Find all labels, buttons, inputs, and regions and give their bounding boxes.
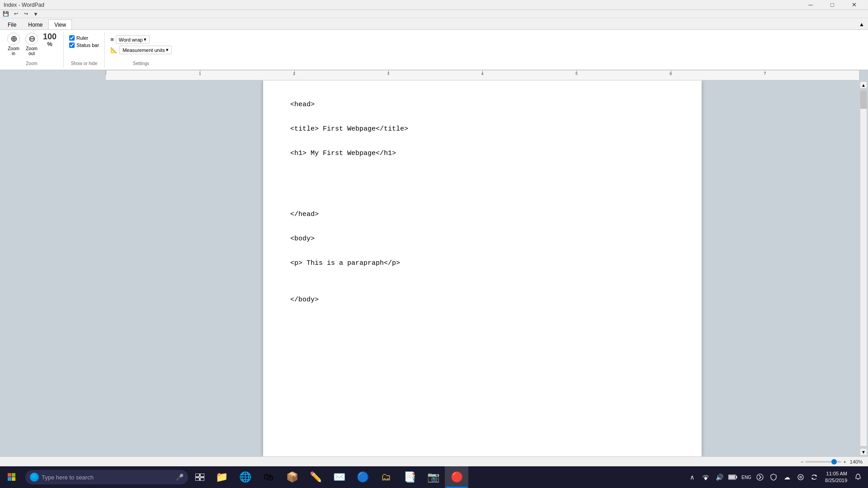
taskbar-wordpad[interactable]: 🔴	[445, 466, 468, 488]
svg-rect-0	[8, 473, 11, 477]
tab-file[interactable]: File	[2, 19, 22, 29]
document-line: <title> First Webpage</title>	[290, 123, 675, 135]
task-view-button[interactable]	[190, 466, 210, 488]
statusbar-checkbox-row[interactable]: Status bar	[69, 42, 99, 48]
taskbar-app9[interactable]: 📑	[398, 466, 421, 488]
tray-cloud[interactable]: ☁	[781, 466, 793, 488]
zoom-100-button[interactable]: 100 % x	[42, 32, 58, 54]
taskbar-sketchbook[interactable]: ✏️	[304, 466, 327, 488]
document-line: <body>	[290, 233, 675, 245]
showhide-group-label: Show or hide	[71, 61, 97, 66]
scrollbar-track[interactable]	[860, 90, 867, 446]
scrollbar-thumb[interactable]	[860, 91, 867, 109]
settings-group-label: Settings	[133, 61, 149, 66]
taskbar-mail[interactable]: ✉️	[327, 466, 351, 488]
svg-rect-1	[12, 473, 15, 477]
svg-rect-10	[729, 475, 735, 479]
measurement-dropdown[interactable]: Measurement units ▾	[119, 46, 172, 54]
zoom-out-button[interactable]: ⊖ Zoomout	[24, 32, 40, 57]
document-line: <head>	[290, 99, 675, 111]
ribbon-collapse[interactable]: ▲	[857, 19, 866, 29]
document-line	[290, 172, 675, 184]
ribbon-group-showhide: Ruler Status bar Show or hide	[67, 32, 105, 68]
svg-rect-4	[195, 474, 199, 477]
taskbar-file-explorer[interactable]: 📁	[210, 466, 233, 488]
notification-button[interactable]	[852, 466, 864, 488]
zoom-minus-button[interactable]: −	[801, 459, 803, 465]
svg-rect-5	[200, 474, 204, 477]
tray-updates[interactable]	[754, 466, 766, 488]
document[interactable]: <head> <title> First Webpage</title> <h1…	[263, 80, 702, 456]
document-line	[290, 282, 675, 294]
document-line	[290, 269, 675, 282]
ruler-checkbox-row[interactable]: Ruler	[69, 35, 88, 41]
wordwrap-setting: ≡ Word wrap ▾	[110, 35, 150, 44]
tray-chevron[interactable]: ∧	[686, 466, 698, 488]
tray-sync[interactable]	[808, 466, 821, 488]
cortana-search[interactable]: Type here to search 🎤	[25, 470, 188, 484]
document-container: <head> <title> First Webpage</title> <h1…	[106, 80, 859, 456]
minimize-button[interactable]: ─	[800, 0, 821, 10]
document-line	[290, 160, 675, 172]
zoom-group-label: Zoom	[26, 61, 38, 66]
maximize-button[interactable]: □	[822, 0, 843, 10]
search-text: Type here to search	[42, 474, 173, 481]
tray-security[interactable]	[767, 466, 780, 488]
scroll-down-button[interactable]: ▼	[860, 448, 867, 455]
taskbar-files[interactable]: 🗂	[374, 466, 398, 488]
zoom-control: − + 140%	[801, 459, 863, 465]
taskbar-greenshot[interactable]: 📷	[421, 466, 445, 488]
tray-cortana[interactable]	[794, 466, 807, 488]
tab-view[interactable]: View	[48, 19, 72, 29]
svg-point-14	[858, 474, 859, 475]
document-line: </head>	[290, 208, 675, 221]
ribbon-group-zoom: ⊕ Zoomin ⊖ Zoomout 100 % x Zoom	[4, 32, 64, 68]
svg-point-13	[799, 476, 802, 479]
clock-time: 11:05 AM	[825, 470, 847, 477]
tray-language[interactable]: ENG	[740, 466, 753, 488]
measurement-setting: 📐 Measurement units ▾	[110, 46, 172, 54]
taskbar-edge[interactable]: 🌐	[233, 466, 257, 488]
tray-battery[interactable]	[726, 466, 739, 488]
taskbar-chrome[interactable]: 🔵	[351, 466, 374, 488]
document-line: <h1> My First Webpage</h1>	[290, 147, 675, 160]
ruler-checkbox[interactable]	[69, 35, 75, 41]
scroll-up-button[interactable]: ▲	[860, 81, 867, 89]
status-bar: − + 140%	[0, 456, 868, 466]
left-margin	[0, 80, 106, 456]
document-line	[290, 245, 675, 257]
redo-button[interactable]: ↪	[22, 10, 30, 18]
ribbon-group-settings: ≡ Word wrap ▾ 📐 Measurement units ▾ Sett…	[108, 32, 177, 68]
qa-dropdown[interactable]: ▼	[32, 10, 40, 18]
document-line	[290, 196, 675, 208]
taskbar-store[interactable]: 🛍	[257, 466, 280, 488]
document-line: <p> This is a parapraph</p>	[290, 257, 675, 269]
svg-rect-3	[12, 477, 15, 481]
zoom-plus-button[interactable]: +	[843, 459, 846, 465]
right-scrollbar-area: ▲ ▼	[859, 80, 868, 456]
system-clock[interactable]: 11:05 AM 8/25/2019	[821, 470, 851, 484]
mic-icon: 🎤	[176, 474, 184, 481]
tray-network[interactable]	[699, 466, 712, 488]
app-title: Index - WordPad	[4, 2, 44, 8]
statusbar-checkbox[interactable]	[69, 42, 75, 48]
start-button[interactable]	[0, 466, 24, 488]
taskbar: Type here to search 🎤 📁 🌐 🛍 📦	[0, 466, 868, 488]
wordwrap-dropdown[interactable]: Word wrap ▾	[116, 35, 150, 44]
zoom-in-button[interactable]: ⊕ Zoomin	[5, 32, 22, 57]
clock-date: 8/25/2019	[825, 477, 847, 484]
zoom-slider[interactable]	[805, 461, 841, 463]
tab-home[interactable]: Home	[22, 19, 48, 29]
quick-access-toolbar: 💾 ↩ ↪ ▼	[0, 10, 868, 18]
svg-rect-2	[8, 477, 11, 481]
svg-point-11	[757, 474, 763, 480]
svg-rect-9	[736, 476, 737, 479]
close-button[interactable]: ✕	[844, 0, 864, 10]
tray-speaker[interactable]: 🔊	[713, 466, 726, 488]
document-line: </body>	[290, 294, 675, 306]
save-button[interactable]: 💾	[2, 10, 10, 18]
zoom-slider-thumb[interactable]	[831, 459, 837, 465]
document-line	[290, 221, 675, 233]
undo-button[interactable]: ↩	[12, 10, 20, 18]
taskbar-dropbox[interactable]: 📦	[280, 466, 304, 488]
